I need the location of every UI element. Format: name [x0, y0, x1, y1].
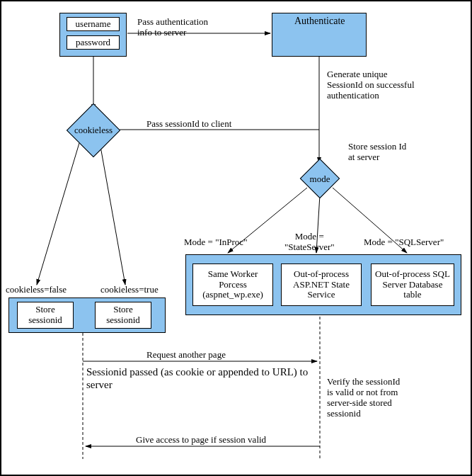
svg-line-5	[37, 143, 79, 285]
cookieless-true-label: cookieless=true	[100, 285, 159, 295]
mode-box-sqlserver: Out-of-process SQL Server Database table	[371, 264, 454, 306]
edge-gen-session: Generate unique SessionId on successful …	[327, 69, 415, 101]
cookieless-false-label: cookieless=false	[6, 285, 67, 295]
mode-box-inproc: Same Worker Porcess (aspnet_wp.exe)	[192, 264, 273, 306]
give-access-text: Give access to page if session valid	[136, 435, 266, 446]
mode-sqlserver-label: Mode = "SQLServer"	[364, 237, 444, 248]
mode-box-stateserver: Out-of-process ASP.NET State Service	[281, 264, 362, 306]
username-field: username	[67, 17, 120, 31]
edge-store-session: Store session Id at server	[348, 142, 406, 163]
diagram-canvas: username password Authenticate Pass auth…	[0, 0, 472, 476]
session-passed-text: Sessionid passed (as cookie or appended …	[86, 366, 320, 391]
mode-decision	[300, 159, 340, 199]
edge-pass-sessionid: Pass sessionId to client	[146, 119, 231, 130]
store-sessionid-false: Store sessionid	[17, 302, 74, 329]
store-sessionid-true: Store sessionid	[95, 302, 151, 329]
mode-inproc-label: Mode = "InProc"	[184, 237, 247, 248]
edge-pass-auth: Pass authentication info to server	[137, 17, 208, 38]
svg-line-6	[100, 147, 125, 285]
cookieless-decision	[67, 103, 120, 157]
request-another-page: Request another page	[146, 350, 226, 361]
authenticate-title: Authenticate	[294, 16, 345, 27]
verify-session-text: Verify the sessionId is valid or not fro…	[327, 377, 400, 419]
mode-stateserver-label: Mode = "StateServer"	[284, 232, 335, 253]
password-field: password	[67, 35, 120, 50]
